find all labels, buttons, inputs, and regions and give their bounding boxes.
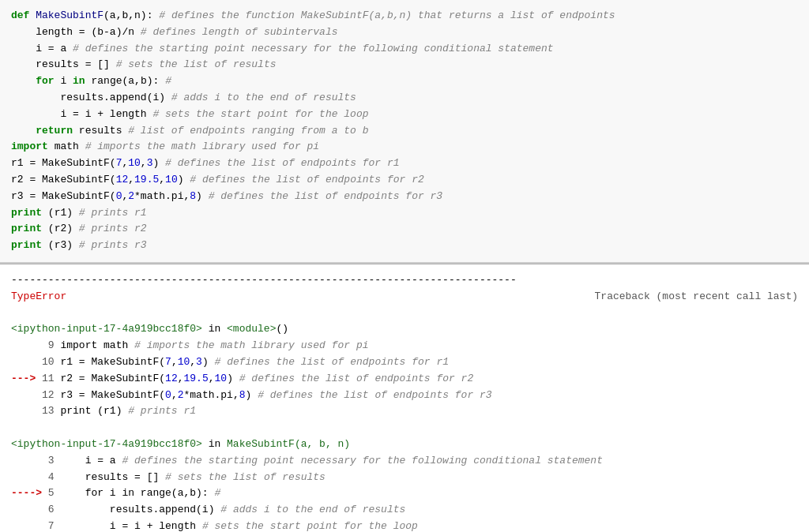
code-line-1: def MakeSubintF(a,b,n): # defines the fu… (11, 9, 615, 251)
code-section: def MakeSubintF(a,b,n): # defines the fu… (0, 0, 809, 264)
error-section: ----------------------------------------… (0, 264, 809, 532)
